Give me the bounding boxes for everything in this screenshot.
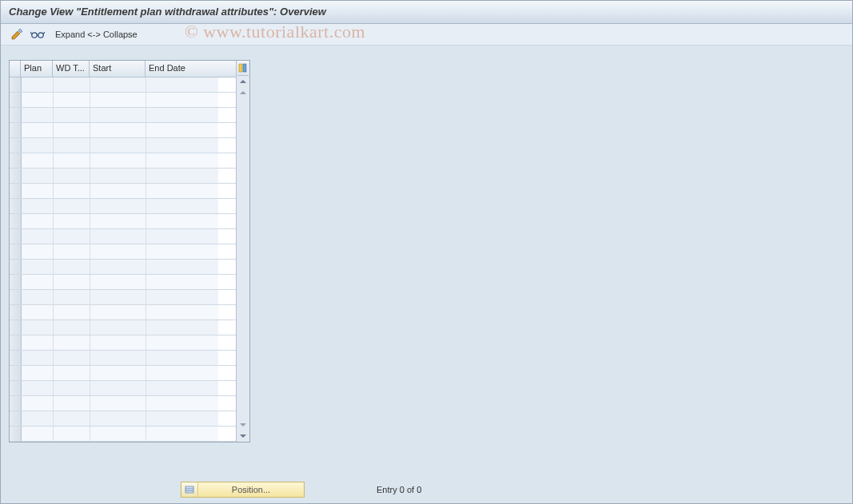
table-row[interactable] xyxy=(10,214,236,229)
table-row[interactable] xyxy=(10,260,236,275)
row-selector[interactable] xyxy=(10,411,22,426)
cell-start[interactable] xyxy=(90,199,146,213)
cell-plan[interactable] xyxy=(22,93,54,107)
expand-collapse-button[interactable]: Expand <-> Collapse xyxy=(55,30,138,39)
cell-end-date[interactable] xyxy=(146,108,218,122)
cell-end-date[interactable] xyxy=(146,320,218,335)
cell-plan[interactable] xyxy=(22,335,54,350)
cell-start[interactable] xyxy=(90,335,146,350)
cell-start[interactable] xyxy=(90,305,146,319)
table-row[interactable] xyxy=(10,229,236,244)
cell-start[interactable] xyxy=(90,108,146,122)
row-selector[interactable] xyxy=(10,214,22,228)
cell-end-date[interactable] xyxy=(146,184,218,198)
cell-wd-type[interactable] xyxy=(54,275,90,289)
col-header-wd-type[interactable]: WD T... xyxy=(53,61,90,77)
row-selector[interactable] xyxy=(10,93,22,107)
cell-plan[interactable] xyxy=(22,123,54,137)
cell-end-date[interactable] xyxy=(146,290,218,304)
cell-start[interactable] xyxy=(90,229,146,244)
cell-start[interactable] xyxy=(90,169,146,183)
row-selector[interactable] xyxy=(10,320,22,335)
cell-end-date[interactable] xyxy=(146,305,218,319)
cell-end-date[interactable] xyxy=(146,366,218,380)
cell-plan[interactable] xyxy=(22,366,54,380)
cell-start[interactable] xyxy=(90,184,146,198)
cell-start[interactable] xyxy=(90,396,146,411)
row-selector[interactable] xyxy=(10,290,22,304)
table-row[interactable] xyxy=(10,153,236,169)
table-row[interactable] xyxy=(10,381,236,396)
cell-end-date[interactable] xyxy=(146,123,218,137)
cell-end-date[interactable] xyxy=(146,169,218,183)
cell-wd-type[interactable] xyxy=(54,366,90,380)
cell-wd-type[interactable] xyxy=(54,77,90,92)
scroll-up-top-icon[interactable] xyxy=(237,76,249,87)
cell-wd-type[interactable] xyxy=(54,244,90,259)
cell-plan[interactable] xyxy=(22,229,54,244)
cell-end-date[interactable] xyxy=(146,214,218,228)
col-header-start[interactable]: Start xyxy=(90,61,145,77)
table-row[interactable] xyxy=(10,305,236,320)
row-selector[interactable] xyxy=(10,244,22,259)
cell-wd-type[interactable] xyxy=(54,123,90,137)
cell-start[interactable] xyxy=(90,275,146,289)
cell-start[interactable] xyxy=(90,351,146,365)
row-selector[interactable] xyxy=(10,169,22,183)
cell-end-date[interactable] xyxy=(146,260,218,274)
row-selector[interactable] xyxy=(10,366,22,380)
cell-plan[interactable] xyxy=(22,290,54,304)
cell-start[interactable] xyxy=(90,320,146,335)
cell-plan[interactable] xyxy=(22,396,54,411)
cell-start[interactable] xyxy=(90,290,146,304)
row-selector[interactable] xyxy=(10,199,22,213)
cell-start[interactable] xyxy=(90,411,146,426)
cell-start[interactable] xyxy=(90,93,146,107)
cell-wd-type[interactable] xyxy=(54,305,90,319)
scroll-down-bottom-icon[interactable] xyxy=(237,431,249,442)
table-row[interactable] xyxy=(10,335,236,351)
cell-wd-type[interactable] xyxy=(54,260,90,274)
configure-columns-icon[interactable] xyxy=(237,61,249,76)
row-selector[interactable] xyxy=(10,335,22,350)
table-row[interactable] xyxy=(10,275,236,290)
edit-icon[interactable] xyxy=(9,26,25,42)
row-selector[interactable] xyxy=(10,153,22,168)
cell-end-date[interactable] xyxy=(146,381,218,395)
cell-plan[interactable] xyxy=(22,381,54,395)
cell-wd-type[interactable] xyxy=(54,320,90,335)
cell-wd-type[interactable] xyxy=(54,290,90,304)
cell-plan[interactable] xyxy=(22,320,54,335)
row-selector[interactable] xyxy=(10,275,22,289)
position-button[interactable]: Position... xyxy=(181,482,305,498)
cell-start[interactable] xyxy=(90,366,146,380)
cell-start[interactable] xyxy=(90,123,146,137)
table-row[interactable] xyxy=(10,108,236,123)
col-header-end-date[interactable]: End Date xyxy=(145,61,217,77)
cell-end-date[interactable] xyxy=(146,244,218,259)
cell-plan[interactable] xyxy=(22,108,54,122)
scroll-up-icon[interactable] xyxy=(237,87,249,98)
cell-end-date[interactable] xyxy=(146,351,218,365)
table-row[interactable] xyxy=(10,290,236,305)
cell-wd-type[interactable] xyxy=(54,108,90,122)
cell-plan[interactable] xyxy=(22,184,54,198)
row-selector[interactable] xyxy=(10,260,22,274)
cell-wd-type[interactable] xyxy=(54,381,90,395)
row-selector[interactable] xyxy=(10,381,22,395)
cell-start[interactable] xyxy=(90,214,146,228)
cell-wd-type[interactable] xyxy=(54,199,90,213)
cell-wd-type[interactable] xyxy=(54,427,90,441)
table-row[interactable] xyxy=(10,411,236,427)
cell-end-date[interactable] xyxy=(146,396,218,411)
cell-plan[interactable] xyxy=(22,305,54,319)
col-header-plan[interactable]: Plan xyxy=(21,61,53,77)
table-row[interactable] xyxy=(10,138,236,153)
cell-wd-type[interactable] xyxy=(54,153,90,168)
table-row[interactable] xyxy=(10,320,236,335)
row-selector[interactable] xyxy=(10,305,22,319)
cell-wd-type[interactable] xyxy=(54,335,90,350)
cell-end-date[interactable] xyxy=(146,138,218,153)
cell-end-date[interactable] xyxy=(146,275,218,289)
table-row[interactable] xyxy=(10,396,236,411)
